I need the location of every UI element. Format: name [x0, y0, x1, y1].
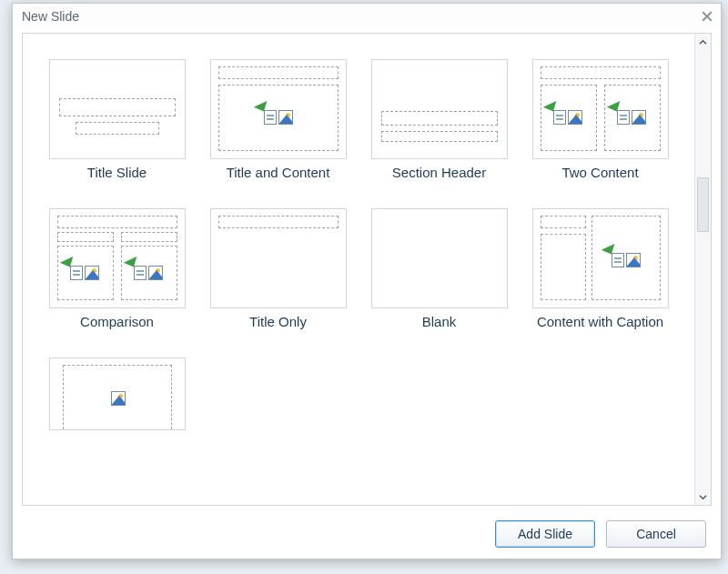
scroll-track[interactable]	[697, 50, 709, 488]
close-icon[interactable]	[699, 8, 715, 25]
layout-label: Two Content	[528, 165, 673, 197]
cancel-button[interactable]: Cancel	[606, 520, 706, 548]
layout-label: Title Only	[206, 314, 351, 347]
layout-label: Section Header	[367, 165, 512, 197]
content-placeholder-icon	[70, 266, 99, 280]
layout-option-blank[interactable]: Blank	[369, 208, 510, 347]
layout-picker: Title Slide Title and Content	[22, 33, 712, 506]
layout-label: Comparison	[45, 314, 190, 347]
content-placeholder-icon	[134, 266, 163, 280]
layout-thumb	[210, 208, 347, 308]
layout-thumb	[371, 59, 508, 159]
vertical-scrollbar[interactable]	[694, 34, 711, 505]
layout-option-two-content[interactable]: Two Content	[530, 59, 671, 197]
layout-thumb	[49, 59, 186, 159]
dialog-title: New Slide	[22, 9, 79, 24]
scroll-up-icon[interactable]	[695, 34, 711, 50]
scroll-down-icon[interactable]	[695, 488, 711, 505]
layout-thumb	[532, 59, 669, 159]
layout-label: Content with Caption	[528, 314, 673, 347]
layout-label: Blank	[367, 314, 512, 347]
content-placeholder-icon	[617, 110, 646, 125]
layout-thumb	[532, 208, 669, 308]
layout-label: Title Slide	[45, 165, 190, 197]
layout-option-section-header[interactable]: Section Header	[369, 59, 510, 197]
layout-gallery: Title Slide Title and Content	[23, 34, 694, 505]
layout-thumb	[371, 208, 508, 308]
content-placeholder-icon	[264, 110, 293, 125]
content-placeholder-icon	[553, 110, 582, 125]
scroll-handle[interactable]	[697, 177, 709, 232]
layout-option-title-slide[interactable]: Title Slide	[46, 59, 187, 197]
titlebar: New Slide	[13, 4, 721, 29]
layout-thumb	[49, 208, 186, 308]
new-slide-dialog: New Slide Title Slide	[12, 3, 722, 559]
layout-option-content-with-caption[interactable]: Content with Caption	[530, 208, 671, 347]
layout-label: Title and Content	[206, 165, 351, 197]
layout-thumb	[49, 357, 186, 430]
picture-placeholder-icon	[111, 391, 126, 406]
add-slide-button[interactable]: Add Slide	[495, 520, 595, 548]
layout-option-comparison[interactable]: Comparison	[46, 208, 187, 347]
layout-thumb	[210, 59, 347, 159]
content-placeholder-icon	[612, 253, 641, 267]
dialog-footer: Add Slide Cancel	[13, 509, 721, 559]
layout-option-title-only[interactable]: Title Only	[207, 208, 349, 347]
layout-option-title-and-content[interactable]: Title and Content	[207, 59, 349, 197]
layout-option-picture-with-caption[interactable]	[46, 357, 187, 436]
